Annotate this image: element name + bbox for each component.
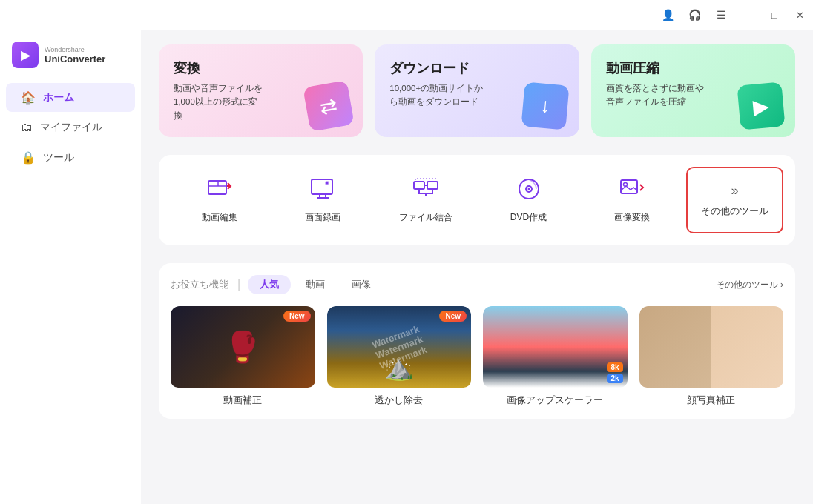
svg-rect-0: [208, 181, 226, 194]
tool-dvd-label: DVD作成: [510, 211, 547, 224]
sidebar-item-tools[interactable]: 🔒 ツール: [6, 143, 135, 172]
featured-card-video-fix[interactable]: 🥊 New 動画補正: [171, 306, 315, 407]
face-right: [711, 306, 783, 388]
merge-icon: [409, 173, 442, 205]
tool-screen-record-label: 画面録画: [305, 211, 340, 224]
convert-icon: ⇄: [303, 80, 355, 132]
card-compress-icon-area: ▶: [739, 84, 783, 128]
tab-image[interactable]: 画像: [340, 275, 383, 294]
featured-cards-grid: 🥊 New 動画補正 WatermarkWatermarkWatermark ⛰…: [171, 306, 783, 407]
svg-rect-15: [621, 180, 637, 193]
tool-screen-record[interactable]: 画面録画: [274, 167, 371, 233]
user-icon[interactable]: 👤: [657, 4, 678, 25]
minimize-button[interactable]: —: [742, 7, 757, 22]
tool-image-convert[interactable]: 画像変換: [583, 167, 680, 233]
tab-divider: |: [237, 278, 240, 291]
featured-card-upscaler-label: 画像アップスケーラー: [483, 394, 628, 407]
featured-tabs: お役立ち機能 | 人気 動画 画像: [171, 275, 383, 294]
sidebar-item-myfiles-label: マイファイル: [40, 121, 102, 134]
new-badge-video-fix: New: [283, 311, 311, 322]
scale-badge: 8k 2k: [607, 362, 622, 383]
logo-area: ▶ Wondershare UniConverter: [0, 42, 141, 83]
main-content: 変換 動画や音声ファイルを1,000以上の形式に変換 ⇄ ダウンロード 10,0…: [141, 30, 813, 504]
tool-image-convert-label: 画像変換: [614, 211, 650, 224]
sidebar-item-home[interactable]: 🏠 ホーム: [6, 83, 135, 112]
more-tools-link[interactable]: その他のツール ›: [716, 279, 783, 291]
face-split-bg: [639, 306, 784, 388]
titlebar-icons: 👤 🎧 ☰ — □ ✕: [657, 4, 807, 25]
face-left: [639, 306, 711, 388]
screen-record-icon: [306, 173, 339, 205]
featured-section: お役立ち機能 | 人気 動画 画像 その他のツール › 🥊 New: [159, 263, 795, 419]
tool-more-label: その他のツール: [701, 205, 768, 218]
sidebar-item-tools-label: ツール: [43, 151, 74, 165]
svg-rect-9: [414, 182, 424, 189]
featured-card-face-fix-label: 顔写真補正: [639, 394, 784, 407]
card-compress-title: 動画圧縮: [606, 59, 780, 77]
video-edit-icon: [203, 173, 236, 205]
maximize-button[interactable]: □: [767, 7, 782, 22]
tools-row: 動画編集 画面録画: [159, 155, 795, 245]
svg-point-8: [326, 182, 328, 185]
featured-card-watermark[interactable]: WatermarkWatermarkWatermark ⛰️ New 透かし除去: [327, 306, 472, 407]
featured-card-face-fix[interactable]: 👩 顔写真補正: [639, 306, 784, 407]
menu-icon[interactable]: ☰: [711, 4, 731, 25]
tool-video-edit[interactable]: 動画編集: [171, 167, 268, 233]
sidebar-nav: 🏠 ホーム 🗂 マイファイル 🔒 ツール: [0, 83, 141, 172]
featured-card-watermark-label: 透かし除去: [327, 394, 472, 407]
titlebar: 👤 🎧 ☰ — □ ✕: [0, 0, 813, 30]
logo-text: Wondershare UniConverter: [45, 46, 105, 64]
card-download[interactable]: ダウンロード 10,000+の動画サイトから動画をダウンロード ↓: [375, 44, 579, 137]
compress-icon: ▶: [737, 82, 785, 130]
badge-2k: 2k: [607, 374, 622, 383]
tools-icon: 🔒: [21, 150, 36, 165]
logo-brand: Wondershare: [45, 46, 105, 53]
tool-more[interactable]: » その他のツール: [686, 167, 783, 233]
download-icon: ↓: [521, 82, 569, 130]
sidebar: ▶ Wondershare UniConverter 🏠 ホーム 🗂 マイファイ…: [0, 30, 141, 504]
card-convert[interactable]: 変換 動画や音声ファイルを1,000以上の形式に変換 ⇄: [159, 44, 363, 137]
headphone-icon[interactable]: 🎧: [684, 4, 705, 25]
feature-cards: 変換 動画や音声ファイルを1,000以上の形式に変換 ⇄ ダウンロード 10,0…: [159, 44, 795, 137]
card-compress[interactable]: 動画圧縮 画質を落とさずに動画や音声ファイルを圧縮 ▶: [591, 44, 795, 137]
new-badge-watermark: New: [439, 311, 467, 322]
tab-video[interactable]: 動画: [294, 275, 337, 294]
featured-card-video-fix-label: 動画補正: [171, 394, 315, 407]
home-icon: 🏠: [21, 90, 36, 105]
tool-dvd[interactable]: DVD作成: [480, 167, 577, 233]
svg-rect-3: [312, 179, 332, 194]
svg-rect-10: [427, 182, 438, 189]
close-button[interactable]: ✕: [792, 7, 807, 22]
logo-product: UniConverter: [45, 53, 105, 64]
tool-merge-label: ファイル結合: [399, 211, 452, 224]
card-convert-title: 変換: [174, 59, 348, 77]
card-convert-icon-area: ⇄: [306, 84, 351, 128]
dvd-icon: [513, 173, 545, 205]
badge-8k: 8k: [607, 362, 622, 372]
tool-video-edit-label: 動画編集: [202, 211, 237, 224]
tab-popular[interactable]: 人気: [248, 275, 291, 294]
featured-section-label: お役立ち機能: [171, 278, 228, 291]
sidebar-item-home-label: ホーム: [43, 91, 74, 105]
thumb-video-fix: 🥊 New: [171, 306, 315, 388]
sidebar-item-myfiles[interactable]: 🗂 マイファイル: [6, 113, 135, 142]
thumb-upscaler: 8k 2k: [483, 306, 628, 388]
card-download-title: ダウンロード: [389, 59, 564, 77]
image-convert-icon: [616, 173, 648, 205]
myfiles-icon: 🗂: [21, 121, 33, 134]
featured-header: お役立ち機能 | 人気 動画 画像 その他のツール ›: [171, 275, 783, 294]
more-tools-chevron: »: [731, 183, 738, 199]
logo-icon: ▶: [12, 42, 39, 68]
tool-merge[interactable]: ファイル結合: [377, 167, 474, 233]
thumb-watermark: WatermarkWatermarkWatermark ⛰️ New: [327, 306, 472, 388]
app-container: ▶ Wondershare UniConverter 🏠 ホーム 🗂 マイファイ…: [0, 30, 813, 504]
featured-card-upscaler[interactable]: 8k 2k 画像アップスケーラー: [483, 306, 628, 407]
card-download-icon-area: ↓: [523, 84, 567, 128]
svg-point-14: [527, 188, 530, 190]
thumb-face-fix: 👩: [639, 306, 784, 388]
mountain-emoji: ⛰️: [384, 354, 414, 382]
thumb-upscaler-bg: [483, 306, 628, 388]
fist-emoji: 🥊: [224, 330, 261, 365]
